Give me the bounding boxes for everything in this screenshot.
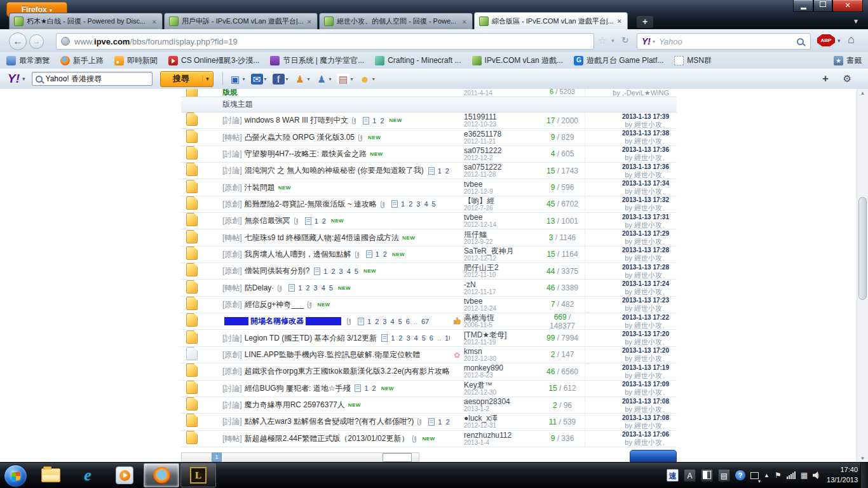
lastpost-date[interactable]: 2013-1-13 17:36 [585, 146, 669, 154]
thread-title-link[interactable]: Legion TD (國王TD) 基本介紹 3/12更新 [245, 333, 377, 344]
dropdown-caret-icon[interactable]: ▾ [351, 76, 353, 82]
thread-title-link[interactable]: 防Delay· [245, 283, 275, 294]
page-number-link[interactable]: 1 [376, 250, 379, 258]
yahoo-toolbar-button[interactable]: ♟▾ [316, 74, 332, 85]
explorer-taskbar-button[interactable] [33, 463, 69, 487]
help-icon[interactable]: ? [735, 470, 745, 480]
thread-title-link[interactable]: 開場名稱修改器 [250, 316, 304, 327]
author-link[interactable]: monkey890 [464, 364, 540, 372]
lastpost-date[interactable]: 2013-1-13 17:09 [585, 381, 669, 388]
scroll-down-icon[interactable]: ▼ [857, 456, 868, 461]
page-number-link[interactable]: 1 [367, 318, 371, 325]
lastpost-date[interactable]: 2013-1-13 17:20 [585, 347, 669, 355]
page-number-link[interactable]: 5 [355, 268, 358, 275]
page-number-link[interactable]: 1 [438, 167, 442, 175]
bookmark-item[interactable]: 遊戲月台 Game Platf... [574, 55, 663, 66]
author-link[interactable]: 肥仔山王2 [464, 264, 540, 271]
author-link[interactable]: 【喲】經 [464, 197, 540, 205]
page-jump-input[interactable] [383, 453, 412, 462]
page-number-link[interactable]: 2 [322, 217, 326, 225]
ime-writing-pad-icon[interactable]: ▤ [718, 469, 730, 482]
app-window-icon[interactable] [750, 472, 759, 479]
page-number-link[interactable]: 2 [306, 284, 309, 292]
chevron-down-icon[interactable]: ▾ [202, 76, 213, 82]
lastpost-date[interactable]: 2013-1-13 17:39 [585, 113, 669, 121]
thread-title-link[interactable]: 魔力奇緣專用RC 25976377人 [245, 400, 345, 410]
yahoo-toolbar-button[interactable]: ✉▾ [251, 74, 267, 85]
lastpost-date[interactable]: 2013-1-13 17:28 [585, 264, 669, 271]
lastpost-author[interactable]: by 經世小攻、 [585, 137, 669, 145]
bookmark-item[interactable]: IPvE.COM vLan 遊戲... [472, 55, 563, 66]
lastpost-date[interactable]: 2013-1-13 17:36 [585, 163, 669, 171]
page-number-link[interactable]: 1 [315, 217, 318, 225]
new-thread-button[interactable] [630, 450, 677, 463]
page-number-link[interactable]: 4 [390, 318, 394, 325]
page-number-link[interactable]: 3 [416, 200, 420, 208]
author-link[interactable]: 高橋海恆 [464, 314, 540, 322]
action-center-flag-icon[interactable]: ⚑ [775, 471, 782, 480]
bookmark-item[interactable]: 节日系统 | 魔力学堂官... [270, 55, 364, 66]
author-link[interactable]: -zN [464, 281, 540, 288]
page-number-link[interactable]: 4 [414, 334, 418, 342]
page-number-link[interactable]: 1 [401, 200, 405, 208]
lastpost-author[interactable]: by 經世小攻、 [585, 422, 669, 430]
author-link[interactable]: sa0751222 [464, 147, 540, 154]
yahoo-search-input[interactable] [46, 74, 152, 83]
thread-title-link[interactable]: 凸螢火蟲大陸 ORPG 漢化版3.05 [245, 132, 355, 143]
bookmark-item[interactable]: 最常瀏覽 [6, 55, 50, 66]
page-number-link[interactable]: 3 [339, 268, 343, 275]
author-link[interactable]: [TMD★老母] [464, 331, 540, 339]
tab-close-icon[interactable]: × [151, 18, 158, 25]
lastpost-author[interactable]: by 經世小攻、 [585, 204, 669, 212]
internet-explorer-taskbar-button[interactable]: e [70, 463, 105, 487]
author-link[interactable]: 甁仔鱷 [464, 231, 540, 238]
thread-title-link[interactable]: 我房壞人地人嘈到，邊個知點解 [245, 249, 351, 260]
bookmark-item[interactable]: 即時新聞 [114, 55, 158, 66]
lastpost-author[interactable]: by 經世小攻、 [585, 221, 669, 229]
scroll-up-icon[interactable]: ▲ [857, 90, 868, 96]
back-button[interactable]: ← [9, 32, 27, 50]
home-icon[interactable]: ⌂ [848, 33, 855, 46]
dropdown-caret-icon[interactable]: ▾ [372, 76, 375, 82]
page-number-link[interactable]: 67 [421, 318, 429, 325]
yahoo-search-box[interactable] [32, 72, 153, 86]
url-bar[interactable]: www.ipve.com/bbs/forumdisplay.php?fid=19 [56, 33, 594, 50]
page-number-link[interactable]: 10 [445, 334, 450, 342]
author-link[interactable]: renzhuzhu112 [464, 431, 540, 439]
page-number-current[interactable]: 1 [212, 452, 222, 462]
page-number-link[interactable]: 2 [372, 384, 376, 392]
author-link[interactable]: tvbee [464, 214, 540, 221]
thread-title-link[interactable]: 守望黎明4H7--攻略王: 最快黃金之路 [245, 149, 367, 159]
show-desktop-button[interactable] [860, 463, 868, 488]
lastpost-author[interactable]: by 經世小攻、 [585, 338, 669, 346]
author-link[interactable]: aesopn28304 [464, 398, 540, 405]
tab-close-icon[interactable]: × [461, 18, 468, 25]
lastpost-author[interactable]: by 經世小攻、 [585, 121, 669, 128]
list-all-tabs-icon[interactable]: ▼ [853, 18, 859, 25]
page-number-link[interactable]: 1 [364, 384, 368, 392]
lastpost-author[interactable]: by 經世小攻、 [585, 405, 669, 413]
page-number-link[interactable]: 1 [391, 334, 395, 342]
lastpost-author[interactable]: by 經世小攻、 [585, 238, 669, 245]
thread-title-link[interactable]: windows 8 WAR III 打唔到中文 [245, 115, 349, 126]
page-number-link[interactable]: 3 [406, 334, 410, 342]
lastpost-date[interactable]: 2013-1-13 17:23 [585, 297, 669, 304]
thread-title-link[interactable]: 船難歷險2-尋寶記-無限復活版 ~ 連攻略 [245, 199, 377, 210]
page-number-link[interactable]: 5 [329, 284, 333, 292]
bookmark-item[interactable]: Crafting - Minecraft ... [375, 56, 461, 65]
ime-quick-icon[interactable]: 速 [667, 469, 679, 482]
dropdown-caret-icon[interactable]: ▾ [286, 76, 288, 82]
lastpost-author[interactable]: by 經世小攻、 [585, 154, 669, 161]
thread-title-link[interactable]: 七龍珠s9 td 終極隱藏人物:超4悟遠國合成方法 [245, 233, 399, 243]
tab-close-icon[interactable]: × [306, 18, 313, 25]
page-number-link[interactable]: 5 [432, 200, 436, 208]
bookmark-item[interactable]: 新手上路 [60, 55, 104, 66]
reload-icon[interactable]: ↻ [621, 35, 629, 45]
thread-title-link[interactable]: LINE.APP監聽手機內容.監控訊息破解.衛星定位軟體 [245, 349, 421, 360]
author-link[interactable]: tvbee [464, 180, 540, 188]
author-link[interactable]: kmsn [464, 348, 540, 355]
page-number-link[interactable]: 4 [322, 284, 325, 292]
page-number-link[interactable]: 1 [298, 284, 302, 292]
yahoo-toolbar-button[interactable]: ▤▾ [337, 74, 353, 85]
author-link[interactable]: Key君™ [464, 381, 540, 389]
